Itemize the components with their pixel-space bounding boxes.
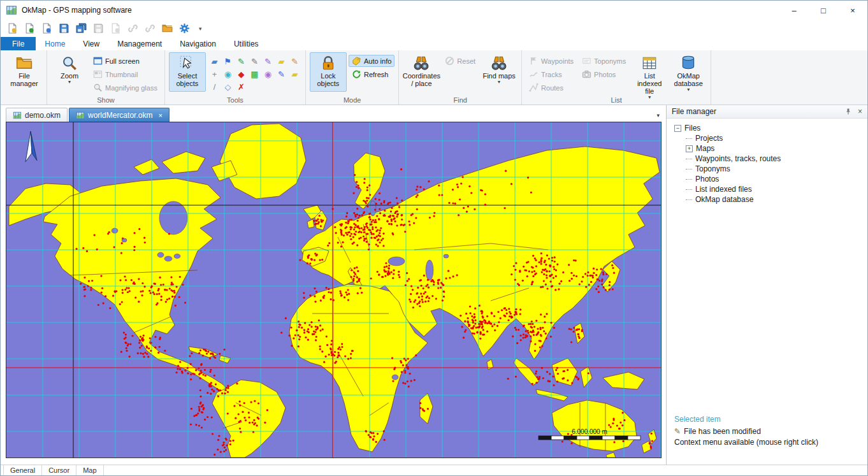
marker-red-tool-icon[interactable]: ◆ [235,68,248,80]
document-tab-worldmercator-okm[interactable]: worldMercator.okm× [69,108,170,122]
unlink-map-button[interactable] [142,21,158,36]
file-manager-icon [15,54,34,72]
draw-route-tool-icon[interactable]: ✎ [261,55,275,68]
open-data-folder-button[interactable] [159,21,175,36]
import-map-button[interactable] [39,21,55,36]
measure-tool-icon[interactable]: / [208,80,221,93]
tree-item-okmap-database[interactable]: OkMap database [674,194,867,205]
status-tab-general[interactable]: General [3,465,42,475]
context-hint: Context menu available (mouse right clic… [674,437,862,448]
tree-item-maps[interactable]: +Maps [674,143,867,154]
okmap-window: OkMap - GPS mapping software – □ × ▾ Fil… [0,0,868,476]
waypoints-button[interactable]: Waypoints [526,55,577,67]
panel-close-icon[interactable]: × [857,107,864,116]
tree-item-projects[interactable]: Projects [674,133,867,143]
scale-bar [539,436,640,440]
ribbon-tab-home[interactable]: Home [36,37,74,50]
settings-button[interactable] [177,21,192,36]
ribbon-group-tools: Select objects▰⚑✎✎✎▰✎+◉◆▦◉✎▰/◇✗Tools [165,50,306,105]
modified-text: File has been modified [684,427,761,436]
draw-line-tool-icon[interactable]: ✎ [288,55,301,68]
eraser-yellow-tool-icon[interactable]: ▰ [288,68,301,80]
draw-area-tool-icon[interactable]: ▰ [275,55,288,68]
document-tab-bar: demo.okmworldMercator.okm×▾ [1,105,666,122]
save-as-button[interactable] [90,21,106,36]
palette-purple-tool-icon[interactable]: ◉ [261,68,275,80]
ribbon-tab-navigation[interactable]: Navigation [171,37,225,50]
save-all-button[interactable] [73,21,89,36]
okmap-app-icon [6,4,17,16]
auto-info-button[interactable]: Auto info [349,55,394,67]
open-map-button[interactable] [22,21,38,36]
refresh-button[interactable]: Refresh [349,68,394,80]
main-area: demo.okmworldMercator.okm×▾ [1,105,867,465]
tree-item-list-indexed-files[interactable]: List indexed files [674,184,867,194]
collapse-icon[interactable]: − [674,125,681,132]
minimize-button[interactable]: – [779,1,809,20]
add-node-tool-icon[interactable]: + [208,68,221,80]
expand-icon[interactable]: + [686,145,693,152]
group-label: Mode [306,96,398,104]
palette-teal-tool-icon[interactable]: ◉ [221,68,235,80]
group-label: List [522,96,711,104]
tree-item-waypoints-tracks-routes[interactable]: Waypoints, tracks, routes [674,154,867,164]
drawing-tools-grid: ▰⚑✎✎✎▰✎+◉◆▦◉✎▰/◇✗ [208,52,301,93]
zoom-button[interactable]: Zoom▾ [51,52,88,92]
rotate-tool-icon[interactable]: ◇ [221,80,235,93]
map-canvas[interactable]: 6.000.000 m [6,122,661,458]
ribbon-tab-view[interactable]: View [74,37,108,50]
tracks-button[interactable]: Tracks [526,68,577,80]
routes-button[interactable]: Routes [526,82,577,94]
tab-close-icon[interactable]: × [158,112,162,119]
okmap-database-icon [679,54,698,72]
toponyms-button[interactable]: Toponyms [579,55,629,67]
export-button[interactable] [108,21,124,36]
tree-item-files[interactable]: −Files [674,123,867,133]
document-tab-demo-okm[interactable]: demo.okm [6,108,68,122]
qat-overflow-button[interactable]: ▾ [194,25,207,32]
link-map-button[interactable] [125,21,141,36]
okmap-database-button[interactable]: OkMap database▾ [670,52,707,94]
full-screen-button[interactable]: Full screen [90,55,161,67]
photos-icon [582,69,591,79]
pencil-blue-tool-icon[interactable]: ✎ [275,68,288,80]
area-green-tool-icon[interactable]: ▦ [248,68,261,80]
flag-tool-tool-icon[interactable]: ⚑ [221,55,235,68]
draw-waypoint-tool-icon[interactable]: ✎ [235,55,248,68]
magnifying-glass-button[interactable]: Magnifying glass [90,82,161,94]
reset-button[interactable]: Reset [442,55,479,67]
maximize-button[interactable]: □ [809,1,838,20]
select-objects-button[interactable]: Select objects [169,52,206,92]
ribbon-group-mode: Lock objectsAuto infoRefreshMode [306,50,399,105]
save-button[interactable] [56,21,72,36]
refresh-icon [352,69,361,79]
ribbon-tab-management[interactable]: Management [108,37,171,50]
map-viewport[interactable]: 6.000.000 m [6,122,662,458]
draw-track-tool-icon[interactable]: ✎ [248,55,261,68]
thumbnail-icon [93,69,103,79]
ribbon-tab-bar: FileHomeViewManagementNavigationUtilitie… [1,37,867,50]
coordinates-place-button[interactable]: Coordinates / place [403,52,440,92]
delete-object-tool-icon[interactable]: ✗ [235,80,248,93]
status-tab-cursor[interactable]: Cursor [42,465,76,475]
waypoints-icon [529,56,539,66]
photos-button[interactable]: Photos [579,68,629,80]
tree-item-toponyms[interactable]: Toponyms [674,164,867,174]
thumbnail-button[interactable]: Thumbnail [90,68,161,80]
tab-overflow-button[interactable]: ▾ [656,112,660,119]
tree-item-photos[interactable]: Photos [674,174,867,184]
eraser-tool-icon[interactable]: ▰ [208,55,221,68]
modified-status-line: ✎File has been modified [674,426,862,437]
file-manager-button[interactable]: File manager [6,52,43,92]
list-indexed-file-button[interactable]: List indexed file▾ [631,52,668,101]
pin-icon[interactable] [844,108,852,115]
lock-objects-button[interactable]: Lock objects [310,52,347,92]
ribbon-tab-file[interactable]: File [1,37,36,50]
close-button[interactable]: × [838,1,867,20]
new-map-button[interactable] [4,21,20,36]
group-label: Tools [165,96,305,104]
panel-info: Selected item ✎File has been modified Co… [674,414,862,448]
ribbon-tab-utilities[interactable]: Utilities [225,37,268,50]
find-maps-button[interactable]: Find maps▾ [481,52,517,92]
status-tab-map[interactable]: Map [76,465,103,475]
